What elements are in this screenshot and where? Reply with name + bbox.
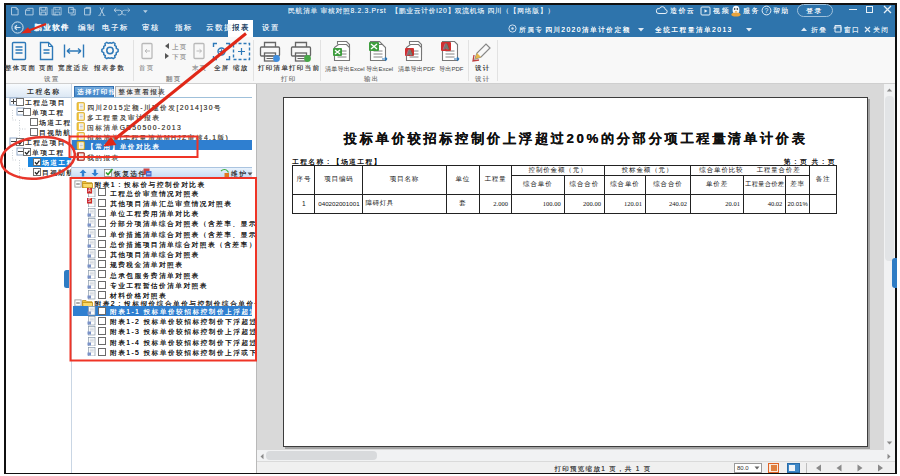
svg-text:A: A xyxy=(443,43,448,50)
svg-text:S: S xyxy=(88,198,91,203)
svg-text:A: A xyxy=(407,49,412,56)
svg-text:?: ? xyxy=(765,7,769,14)
svg-text:A: A xyxy=(88,188,91,193)
